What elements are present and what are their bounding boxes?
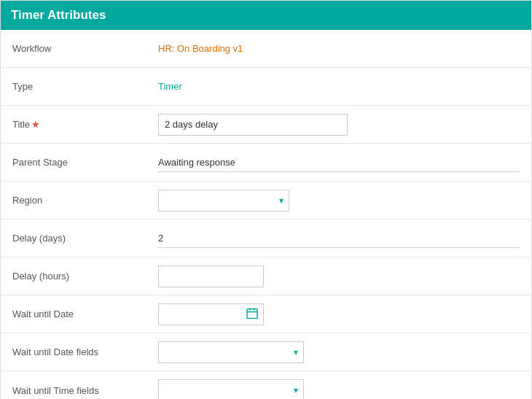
parent-stage-input[interactable] <box>158 153 520 172</box>
type-text: Timer <box>158 81 182 92</box>
label-title: Title★ <box>12 119 158 130</box>
value-delay-hours <box>158 266 520 287</box>
value-workflow: HR: On Boarding v1 <box>158 43 520 54</box>
row-delay-hours: Delay (hours) <box>1 257 531 295</box>
label-wait-until-date-fields: Wait until Date fields <box>12 346 158 357</box>
value-delay-days <box>158 229 520 248</box>
panel-title: Timer Attributes <box>11 8 106 22</box>
row-wait-until-date-fields: Wait until Date fields ▾ <box>1 333 531 371</box>
required-star-title: ★ <box>31 119 40 130</box>
wait-until-time-fields-select[interactable] <box>158 379 304 399</box>
label-wait-until-time-fields: Wait until Time fields <box>12 385 158 396</box>
row-parent-stage: Parent Stage <box>1 144 531 182</box>
label-wait-until-date: Wait until Date <box>12 309 158 319</box>
row-wait-until-date: Wait until Date <box>1 295 531 333</box>
row-region: Region ▾ <box>1 182 531 220</box>
panel-header: Timer Attributes <box>1 1 531 30</box>
delay-days-input[interactable] <box>158 229 520 248</box>
row-type: Type Timer <box>1 68 531 106</box>
delay-hours-input[interactable] <box>158 266 264 287</box>
value-wait-until-date-fields: ▾ <box>158 341 520 363</box>
label-region: Region <box>12 195 158 206</box>
wait-until-date-fields-select[interactable] <box>158 341 304 363</box>
region-select-wrapper: ▾ <box>158 190 289 212</box>
wait-date-fields-select-wrapper: ▾ <box>158 341 304 363</box>
value-title <box>158 114 520 136</box>
timer-attributes-panel: Timer Attributes Workflow HR: On Boardin… <box>0 0 532 399</box>
row-wait-until-time-fields: Wait until Time fields ▾ <box>1 371 531 399</box>
title-input[interactable] <box>158 114 348 136</box>
row-title: Title★ <box>1 106 531 144</box>
workflow-link[interactable]: HR: On Boarding v1 <box>158 43 243 54</box>
calendar-icon[interactable] <box>246 307 258 321</box>
row-workflow: Workflow HR: On Boarding v1 <box>1 30 531 68</box>
value-type: Timer <box>158 81 520 92</box>
label-parent-stage: Parent Stage <box>12 157 158 168</box>
date-picker-wrapper <box>158 303 264 325</box>
row-delay-days: Delay (days) <box>1 220 531 257</box>
value-wait-until-time-fields: ▾ <box>158 379 520 399</box>
label-workflow: Workflow <box>12 43 158 54</box>
label-type: Type <box>12 81 158 92</box>
region-select[interactable] <box>158 190 289 212</box>
value-wait-until-date <box>158 303 520 325</box>
value-parent-stage <box>158 153 520 172</box>
label-delay-hours: Delay (hours) <box>12 271 158 282</box>
wait-time-fields-select-wrapper: ▾ <box>158 379 304 399</box>
svg-rect-0 <box>247 309 257 318</box>
label-delay-days: Delay (days) <box>12 233 158 244</box>
value-region: ▾ <box>158 190 520 212</box>
panel-body: Workflow HR: On Boarding v1 Type Timer T… <box>1 30 531 399</box>
